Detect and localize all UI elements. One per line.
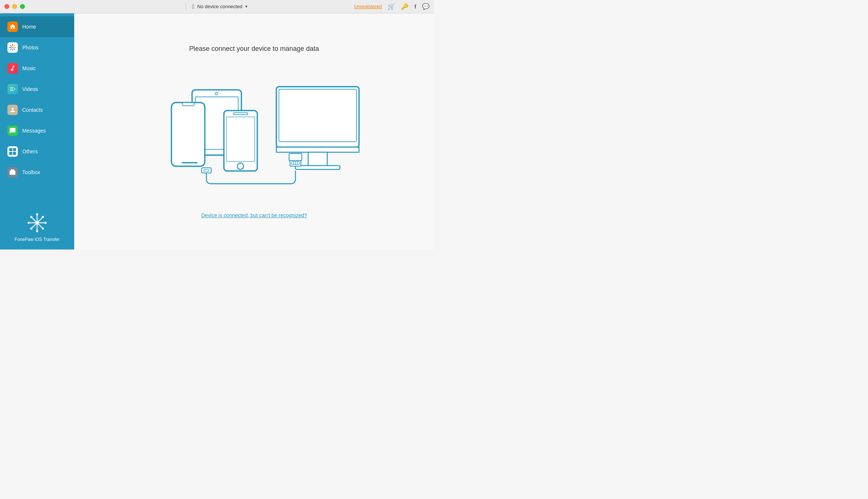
sidebar-label-home: Home xyxy=(22,24,36,30)
others-icon xyxy=(7,146,18,157)
sidebar-label-toolbox: Toolbox xyxy=(22,169,40,175)
sidebar-item-music[interactable]: Music xyxy=(0,58,74,79)
titlebar:  No device connected ▼ Unregistered 🛒 🔑… xyxy=(0,0,434,13)
svg-rect-26 xyxy=(171,102,205,166)
svg-rect-30 xyxy=(233,112,248,114)
sidebar-item-messages[interactable]: Messages xyxy=(0,120,74,141)
sidebar-label-contacts: Contacts xyxy=(22,107,43,113)
toolbox-icon xyxy=(7,167,18,177)
sidebar: Home Photos xyxy=(0,13,74,250)
sidebar-item-home[interactable]: Home xyxy=(0,16,74,37)
sidebar-label-videos: Videos xyxy=(22,86,38,92)
titlebar-right: Unregistered 🛒 🔑 f 💬 xyxy=(354,3,430,10)
photos-icon xyxy=(7,42,18,53)
svg-point-10 xyxy=(36,213,38,215)
help-link[interactable]: Device is connected, but can't be recogn… xyxy=(201,212,307,218)
device-selector[interactable]: No device connected ▼ xyxy=(197,4,248,9)
sidebar-label-messages: Messages xyxy=(22,128,46,134)
sidebar-item-toolbox[interactable]: Toolbox xyxy=(0,162,74,183)
svg-point-11 xyxy=(36,230,38,232)
svg-point-32 xyxy=(237,163,244,169)
svg-rect-27 xyxy=(182,102,194,106)
sidebar-label-photos: Photos xyxy=(22,45,39,50)
svg-point-17 xyxy=(30,228,32,230)
svg-point-13 xyxy=(45,222,47,224)
sidebar-footer: FonePaw iOS Transfer xyxy=(0,204,74,250)
svg-rect-4 xyxy=(13,152,16,155)
sidebar-item-others[interactable]: Others xyxy=(0,141,74,162)
content-area: Please connect your device to manage dat… xyxy=(74,13,434,250)
home-icon xyxy=(7,22,18,32)
sidebar-item-photos[interactable]: Photos xyxy=(0,37,74,58)
svg-rect-2 xyxy=(13,148,16,151)
titlebar-divider xyxy=(186,3,186,10)
maximize-button[interactable] xyxy=(20,4,25,9)
sidebar-item-videos[interactable]: Videos xyxy=(0,79,74,100)
svg-rect-1 xyxy=(9,148,12,151)
svg-rect-19 xyxy=(279,89,356,141)
key-icon[interactable]: 🔑 xyxy=(401,3,408,10)
svg-point-0 xyxy=(12,47,13,48)
videos-icon xyxy=(7,84,18,94)
facebook-icon[interactable]: f xyxy=(414,4,416,10)
main-layout: Home Photos xyxy=(0,13,434,250)
svg-point-14 xyxy=(30,216,32,218)
sidebar-label-others: Others xyxy=(22,149,38,154)
close-button[interactable] xyxy=(4,4,9,9)
svg-rect-28 xyxy=(182,162,198,163)
message-icon[interactable]: 💬 xyxy=(422,3,430,10)
apple-logo-icon:  xyxy=(192,3,194,10)
device-label: No device connected xyxy=(197,4,242,9)
app-logo-icon xyxy=(26,212,48,234)
messages-icon xyxy=(7,125,18,136)
svg-point-16 xyxy=(42,216,44,218)
minimize-button[interactable] xyxy=(12,4,17,9)
device-illustration xyxy=(143,75,365,194)
connect-message: Please connect your device to manage dat… xyxy=(189,45,319,53)
sidebar-nav: Home Photos xyxy=(0,13,74,204)
svg-rect-40 xyxy=(289,153,302,160)
svg-rect-3 xyxy=(9,152,12,155)
svg-rect-31 xyxy=(226,117,254,161)
chevron-down-icon: ▼ xyxy=(244,4,248,9)
svg-rect-34 xyxy=(204,169,209,171)
titlebar-center:  No device connected ▼ xyxy=(186,3,248,10)
svg-rect-20 xyxy=(276,147,359,152)
app-name-label: FonePaw iOS Transfer xyxy=(14,237,59,242)
traffic-lights xyxy=(4,4,25,9)
sidebar-label-music: Music xyxy=(22,65,36,71)
music-icon xyxy=(7,63,18,74)
svg-rect-22 xyxy=(295,166,340,169)
sidebar-item-contacts[interactable]: Contacts xyxy=(0,100,74,120)
svg-point-15 xyxy=(42,228,44,230)
unregistered-link[interactable]: Unregistered xyxy=(354,4,382,9)
svg-point-24 xyxy=(215,92,218,95)
svg-rect-21 xyxy=(308,152,327,167)
cart-icon[interactable]: 🛒 xyxy=(388,3,395,10)
svg-point-12 xyxy=(27,222,30,224)
contacts-icon xyxy=(7,105,18,115)
